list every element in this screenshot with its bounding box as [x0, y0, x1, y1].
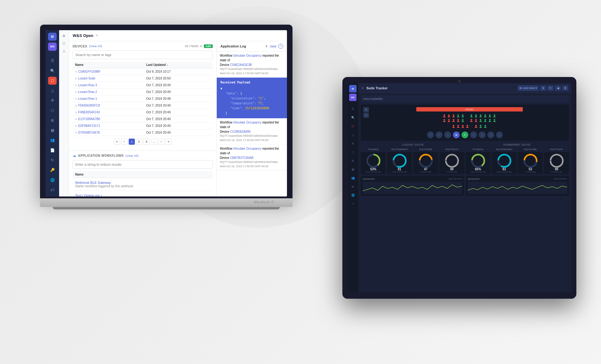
help-icon[interactable]: ? [278, 44, 283, 49]
tablet-icon-chart[interactable]: ▦ [349, 166, 357, 173]
workflow-link[interactable]: Simulate Occupancy [233, 147, 262, 150]
tablet-brand-logo[interactable]: W [349, 85, 357, 92]
device-name[interactable]: Losant Row 2 [73, 89, 144, 95]
tablet-icon-arrows[interactable]: ⇄ [349, 183, 357, 190]
device-link[interactable]: CBB7B37C60AB [230, 156, 253, 160]
pause-button[interactable]: ⏸ [265, 45, 268, 48]
tablet-auto-now-btn[interactable]: ⊞ Auto Now ▾ [518, 85, 539, 91]
device-name[interactable]: D7045BF24678 [73, 129, 144, 136]
edit-icon[interactable]: ✎ [96, 34, 98, 37]
tablet-icon-devices[interactable]: ⬡ [349, 123, 357, 130]
sidebar-icon-refresh[interactable]: ↻ [48, 156, 57, 164]
device-name[interactable]: Losant Suite [73, 75, 144, 82]
log-device-text: Device CC08E82A895 [220, 129, 284, 134]
payload-expand: ▼ [220, 86, 283, 91]
device-name[interactable]: E0F9BAF23171 [73, 123, 144, 129]
svg-point-18 [480, 119, 481, 121]
tablet-icon-search[interactable]: 🔍 [349, 114, 357, 121]
device-link[interactable]: C0AE2A4GE3B [230, 63, 252, 67]
count-bar-container: COUNT [373, 107, 567, 111]
page-2[interactable]: 2 [136, 139, 142, 145]
tablet-icon-globe[interactable]: 🌐 [349, 192, 357, 199]
sidebar-icon-table[interactable]: ⊞ [48, 116, 57, 124]
user-avatar[interactable]: WS [48, 42, 57, 51]
seat-bottom-icons: ⊙ ⊙ ⊙ W P ⊙ ⊙ ⊙ ⊙ [363, 131, 567, 138]
sidebar-icon-file[interactable]: 📄 [48, 146, 57, 154]
zoom-in-btn[interactable]: + [363, 107, 369, 112]
payload-field-temperature: "temperature": 77, [230, 101, 283, 106]
add-device-button[interactable]: Add [204, 44, 213, 48]
svg-point-20 [489, 119, 490, 121]
sidebar-icon-menu[interactable]: ☰ [48, 57, 57, 65]
tablet-icon-gear[interactable]: ⚙ [349, 140, 357, 147]
sidebar-icon-chart[interactable]: ▦ [48, 126, 57, 134]
device-name[interactable]: F5830A385FC8 [73, 102, 144, 109]
sidebar-icon-tag[interactable]: 🏷 [48, 186, 57, 194]
page-1[interactable]: 1 [129, 139, 135, 145]
tablet-user-avatar[interactable]: WS [349, 94, 357, 101]
page-3[interactable]: 3 [143, 139, 150, 145]
tablet-view-icon[interactable]: ⊞ [361, 87, 364, 90]
count-icon: ⊙ [200, 45, 203, 48]
losant-suite-label: LOSANT SUITE [361, 143, 465, 146]
sidebar-icon-globe[interactable]: 🌐 [48, 176, 57, 184]
tablet-icon-table[interactable]: ⊞ [349, 157, 357, 164]
sidebar-icon-key[interactable]: 🔑 [48, 166, 57, 174]
tablet-pause-btn[interactable]: ⏸ [540, 85, 546, 91]
gauge-card-occ-r: 65% a few seconds ago [466, 152, 490, 174]
devices-view-all[interactable]: (View All) [89, 45, 102, 48]
tablet-icon-help[interactable]: ? [349, 200, 357, 208]
tablet-controls: ⊞ Auto Now ▾ ⏸ ↻ ◀ ⚙ [518, 85, 568, 91]
gauge-val-hum-l: 47 [414, 168, 437, 171]
device-name[interactable]: E1371B96A7B0 [73, 116, 144, 123]
secondary-sidebar: ⚙ ⬡ △ [59, 30, 69, 196]
tablet-icon-flow[interactable]: ⬡ [349, 148, 357, 156]
tablet-settings-btn[interactable]: ⚙ [562, 85, 568, 91]
workflow-link[interactable]: Simulate Occupancy [233, 121, 262, 124]
device-search-input[interactable] [73, 51, 213, 59]
sidebar-icon-flow[interactable]: ⬡ [48, 106, 57, 114]
workflow-link[interactable]: Simulate Occupancy [233, 54, 262, 57]
workflow-row: Test ( Delete me ) fox did it [73, 191, 213, 197]
secondary-icon-1[interactable]: ⚙ [61, 33, 67, 39]
gauge-svg-occ-r [471, 153, 486, 168]
brand-logo[interactable]: W [48, 33, 57, 41]
payload-block: Received Payload ▼ "data": { "orientatio… [217, 78, 287, 118]
powernet-sensor-controls[interactable]: Last: 30 min ▾ [554, 178, 567, 180]
secondary-icon-3[interactable]: △ [61, 47, 67, 54]
page-prev[interactable]: ‹ [121, 139, 127, 145]
seat-map-section: + − COUNT [361, 105, 569, 141]
sidebar-icon-search[interactable]: 🔍 [48, 67, 57, 75]
svg-point-8 [457, 119, 459, 121]
device-name[interactable]: Losant Row 3 [73, 82, 144, 89]
tablet-refresh-btn[interactable]: ↻ [547, 85, 554, 91]
workflows-view-all[interactable]: (View All) [126, 154, 139, 157]
col-name: Name [73, 62, 144, 68]
device-date: Oct 7, 2019 20:40 [144, 116, 213, 123]
tablet-icon-warning[interactable]: △ [349, 131, 357, 139]
device-link[interactable]: CC08E82A895 [230, 130, 251, 133]
page-last[interactable]: » [166, 139, 172, 145]
workflow-filter-input[interactable] [73, 160, 213, 169]
tablet-device: W WS ☰ 🔍 ⬡ △ ⚙ ⬡ ⊞ ▦ 👥 ⇄ 🌐 ? [342, 77, 576, 299]
device-name[interactable]: Losant Row 1 [73, 95, 144, 102]
device-name[interactable]: C0A81FF169BF [73, 68, 144, 75]
device-name[interactable]: F4BE8354F243 [73, 109, 144, 116]
seat-availability-label: Seat Availability [363, 97, 383, 100]
workflow-name[interactable]: Test ( Delete me ) [75, 194, 210, 196]
tablet-icon-users[interactable]: 👥 [349, 174, 357, 182]
page-first[interactable]: « [114, 139, 120, 145]
tablet-back-btn[interactable]: ◀ [555, 85, 561, 91]
workflow-name[interactable]: Webhook BLE Gateway [75, 181, 210, 184]
page-next[interactable]: › [158, 139, 164, 145]
losant-sensor-controls[interactable]: Last: 30 min ▾ [449, 178, 462, 180]
secondary-icon-2[interactable]: ⬡ [61, 40, 67, 46]
tablet-icon-menu[interactable]: ☰ [349, 105, 357, 113]
zoom-out-btn[interactable]: − [363, 113, 369, 118]
seat-row-2 [442, 119, 465, 122]
clear-button[interactable]: clear [270, 45, 276, 48]
sidebar-icon-gear[interactable]: ⚙ [48, 96, 57, 104]
sidebar-icon-devices[interactable]: ⬡ [48, 77, 57, 85]
sidebar-icon-warning[interactable]: △ [48, 87, 57, 95]
sidebar-icon-users[interactable]: 👥 [48, 136, 57, 144]
